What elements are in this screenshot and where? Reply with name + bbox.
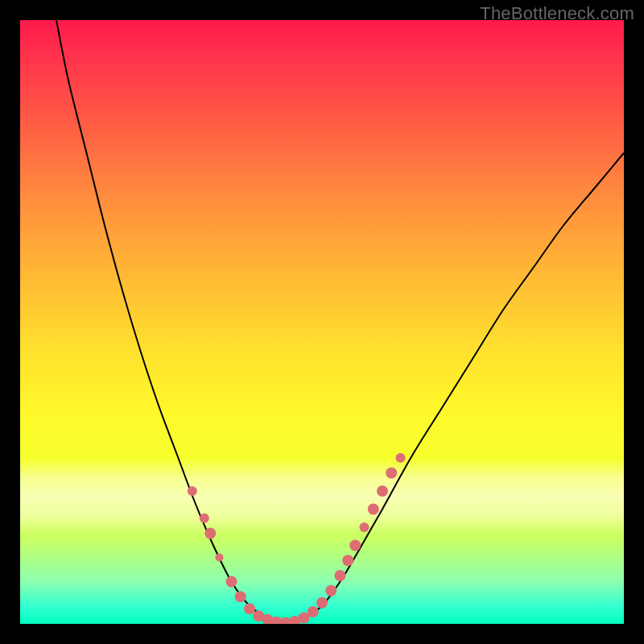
marker-dot xyxy=(360,522,369,532)
marker-dot xyxy=(216,554,224,562)
marker-dot xyxy=(342,555,353,566)
curve-right-branch xyxy=(286,153,624,624)
marker-dot xyxy=(204,528,216,539)
marker-dot xyxy=(349,540,361,551)
marker-dot xyxy=(335,570,346,581)
marker-dot xyxy=(244,603,255,614)
watermark-text: TheBottleneck.com xyxy=(480,3,634,24)
marker-group xyxy=(188,453,406,624)
marker-dot xyxy=(368,504,379,515)
marker-dot xyxy=(325,585,336,597)
marker-dot xyxy=(316,597,328,609)
curve-left-branch xyxy=(56,20,286,624)
marker-dot xyxy=(386,468,397,479)
marker-dot xyxy=(396,453,406,463)
marker-dot xyxy=(200,514,209,523)
marker-dot xyxy=(235,591,246,602)
chart-frame xyxy=(20,20,624,624)
chart-svg xyxy=(20,20,624,624)
curve-group xyxy=(56,20,624,624)
marker-dot xyxy=(308,606,319,617)
marker-dot xyxy=(226,576,237,588)
marker-dot xyxy=(188,486,197,496)
marker-dot xyxy=(377,485,388,497)
